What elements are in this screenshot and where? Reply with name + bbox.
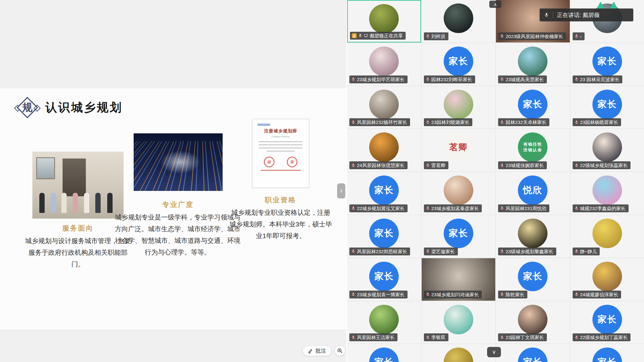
person-silhouette [107,193,113,213]
participant-name-label: 风景园林232郑思岐家长 [349,248,410,255]
certificate-logo [258,124,270,126]
participant-name: 城规232李鑫焱的家长 [580,206,626,211]
participant-tile[interactable]: 风景园林王洁家长 [347,301,421,344]
participant-avatar [518,219,547,248]
participant-name-label: ‹ [573,32,585,40]
participant-tile[interactable]: 24城规廖信淳家长 [570,258,644,301]
participant-tile[interactable]: 家长 22级城乡规划丁蕊家长 [570,301,644,344]
participant-avatar [369,132,399,162]
certificate-text-line [259,148,303,148]
participant-tile[interactable]: 23城乡规划孟秦彦家长 [422,172,496,214]
mic-muted-icon [351,335,355,340]
section-body: 城乡规划专业职业资格认定，注册城乡规划师。本科毕业3年，硕士毕业1年即可报考。 [229,207,333,242]
person-silhouette [95,193,101,213]
participant-name-label: 23园林杨晓蓉家长 [573,118,621,126]
participant-tile[interactable]: 22级城乡规划张蕊家长 [570,129,644,171]
red-seal-icon [264,157,275,167]
person-silhouette [84,193,89,213]
participant-name-label: 风景园林231周悦欣 [498,204,549,212]
mic-muted-icon [575,292,579,297]
scroll-down-button[interactable]: ∨ [487,347,501,357]
participant-tile[interactable]: 李银双 [422,301,496,344]
slide-title: 认识城乡规划 [45,100,123,115]
participant-tile[interactable]: 家长 梁艺璇家长 [422,215,496,258]
participant-name-label: 城规232李鑫焱的家长 [573,204,629,212]
participant-avatar: 家长 [518,90,547,119]
participant-tile[interactable]: 茗卿 雷茗卿 [422,129,496,171]
participant-tile[interactable]: 24风景园林张偲慧家长 [347,129,421,171]
participant-tile[interactable]: 23城乡规划闫诗涵家长 [422,258,496,301]
participant-tile[interactable] [422,344,496,362]
participant-tile[interactable]: 23城乡规划毕艺萌家长 [347,43,421,86]
participant-name: 2023级风景园林仲俊楠家长 [506,34,563,39]
participant-name-label: 23级城乡规划黎鑫家长 [498,248,556,255]
participant-avatar: 家长 [369,348,399,362]
participant-name-label: 风景园林232杨环竹家长 [349,118,410,126]
participant-name: ‹ [580,34,582,39]
host-badge-icon [352,33,357,38]
participant-tile[interactable]: 23园林刘晓璐家长 [422,86,496,129]
participant-avatar: 茗卿 [444,132,473,162]
participant-tile[interactable]: 家长 [570,344,644,362]
participant-tile[interactable]: 悦欣 风景园林231周悦欣 [496,172,570,214]
participant-tile[interactable]: 家长 23 园林吴宏波家长 [570,43,644,86]
participant-name-label: 静~静儿 [573,248,600,255]
magnifier-plus-icon [337,348,343,354]
mic-muted-icon [351,77,355,81]
collapse-panel-handle[interactable]: › [337,183,345,198]
mic-muted-icon [426,77,430,81]
participant-name: 风景园林232杨环竹家长 [357,120,407,125]
zoom-button[interactable] [335,345,345,356]
participant-tile[interactable]: 有钱任性 没钱认命 23城规张婉蓉家长 [496,129,570,171]
certificate-red-line [261,170,301,171]
participant-name-label: 23园林丁文琪家长 [498,333,547,341]
mic-muted-icon [500,292,504,297]
participant-name: 22级城乡规划张蕊家长 [580,163,628,168]
participant-name: 风景园林232郑思岐家长 [357,249,407,254]
participant-tile[interactable]: 家长 园林232刘晔菲家长 [422,43,496,86]
participant-name: 23园林刘晓璐家长 [431,120,470,125]
participant-tile[interactable]: 刘梓淇 [422,0,496,42]
annotate-button[interactable]: 批注 [303,346,331,356]
certificate-subtitle: Certified Planner [258,135,304,138]
certificate-text-line [267,151,294,152]
participant-tile[interactable]: 家长 陈乾家长 [496,258,570,301]
participant-avatar: 家长 [592,47,622,76]
participant-avatar [444,3,473,33]
pencil-icon [308,348,313,354]
participant-tile[interactable]: 风景园林232杨环竹家长 [347,86,421,129]
participant-tile[interactable]: 家长 风景园林232郑思岐家长 [347,215,421,258]
participant-tile[interactable]: 家长 22城乡规划冀泓艾家长 [347,172,421,214]
participant-tile[interactable]: 23城规高美慧家长 [496,43,570,86]
mic-muted-icon [500,77,504,81]
participant-name: 22级城乡规划丁蕊家长 [580,335,628,340]
participant-name-label: 23城乡规划毕艺萌家长 [349,75,408,83]
participant-grid: 戴碧薇正在共享 刘梓淇 2023级风景园林仲俊楠家长 ‹ 23城乡规划毕艺萌家长… [347,0,644,362]
participant-tile[interactable]: 23级城乡规划黎鑫家长 [496,215,570,258]
mic-muted-icon [426,163,430,168]
participant-tile[interactable]: 静~静儿 [570,215,644,258]
participant-avatar [369,47,399,76]
logo-character: 规 [16,97,38,119]
participant-name-label: 刘梓淇 [424,32,448,40]
participant-name-label: 22级城乡规划丁蕊家长 [573,333,631,341]
participant-tile[interactable]: 23园林丁文琪家长 [496,301,570,344]
participant-avatar: 家长 [592,305,622,334]
photo-door [63,159,86,196]
participant-name-label: 园林232刘晔菲家长 [424,75,475,83]
participant-tile[interactable]: 家长 23城乡规划袁一博家长 [347,258,421,301]
mic-icon [544,12,549,18]
participant-name-label: 园林232关卓林家长 [498,118,549,126]
mic-muted-icon [426,292,430,297]
participant-tile[interactable]: 家长 园林232关卓林家长 [496,86,570,129]
mic-muted-icon [575,335,579,340]
participant-tile[interactable]: 城规232李鑫焱的家长 [570,172,644,214]
participant-tile[interactable]: 戴碧薇正在共享 [347,0,421,42]
slide-logo: 规 [16,97,38,119]
section-body: 城乡规划专业是一级学科，专业学习领域与方向广泛。城市生态学、城市经济学、城市社会… [114,211,242,258]
participant-tile[interactable]: 家长 23园林杨晓蓉家长 [570,86,644,129]
participant-tile[interactable]: 家长 [347,344,421,362]
scroll-up-button[interactable]: ∧ [489,1,501,8]
participant-tile[interactable]: 家长 [496,344,570,362]
participant-name: 23城规张婉蓉家长 [506,163,544,168]
